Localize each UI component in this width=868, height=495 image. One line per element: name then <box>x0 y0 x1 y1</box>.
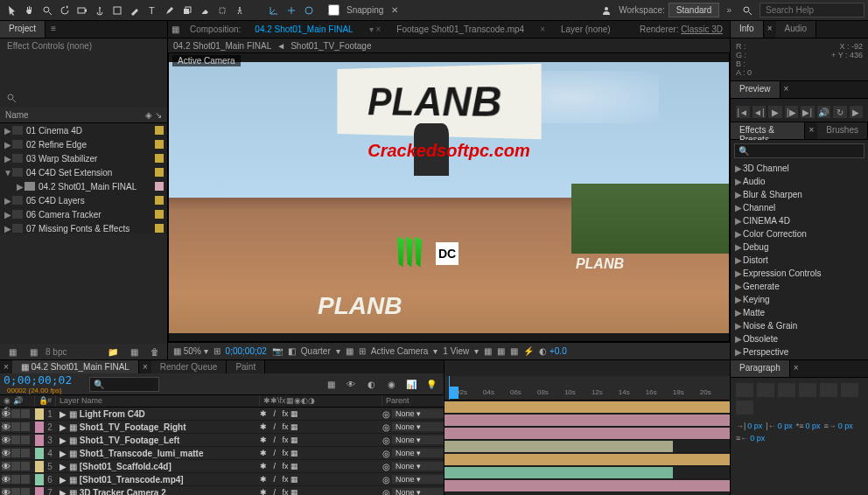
effect-category[interactable]: ▶Color Correction <box>731 227 868 241</box>
effects-search-input[interactable] <box>734 143 864 158</box>
motion-blur-icon[interactable]: ◉ <box>383 376 399 392</box>
project-item[interactable]: ▶02 Refine Edge <box>0 137 167 151</box>
effect-category[interactable]: ▶3D Channel <box>731 162 868 175</box>
brainstorm-icon[interactable]: 💡 <box>424 376 439 392</box>
panel-menu-icon[interactable]: ≡ <box>46 21 61 38</box>
loop-icon[interactable]: ↻ <box>833 106 847 118</box>
effect-category[interactable]: ▶Generate <box>731 280 868 293</box>
track-row[interactable] <box>444 427 730 440</box>
layer-tab[interactable]: Layer (none) <box>554 22 618 37</box>
project-item[interactable]: ▶06 Camera Tracker <box>0 207 167 221</box>
brushes-tab[interactable]: Brushes <box>817 122 868 139</box>
selection-tool-icon[interactable] <box>4 3 20 18</box>
shape-tool-icon[interactable] <box>109 3 125 18</box>
3d-icon[interactable]: ▦ <box>497 346 505 356</box>
workspace-dropdown[interactable]: Standard <box>668 3 720 17</box>
grid-icon[interactable]: ⊞ <box>359 346 366 356</box>
effect-category[interactable]: ▶Distort <box>731 254 868 267</box>
footage-tab[interactable]: Footage Shot01_Transcode.mp4 <box>389 22 531 37</box>
project-tab[interactable]: Project <box>0 21 46 38</box>
effect-category[interactable]: ▶Debug <box>731 241 868 254</box>
ram-preview-icon[interactable]: ▶ <box>850 106 864 118</box>
snapping-checkbox[interactable] <box>328 4 340 16</box>
camera-tool-icon[interactable] <box>74 3 90 18</box>
effect-category[interactable]: ▶Keying <box>731 293 868 306</box>
snap-option-icon[interactable]: ✕ <box>387 3 402 18</box>
justify-all-icon[interactable] <box>736 401 753 415</box>
comp-subheader-sub[interactable]: Shot01_TV_Footage <box>290 41 371 51</box>
name-column-header[interactable]: Name <box>5 110 29 120</box>
viewer-timecode[interactable]: 0;00;00;02 <box>226 346 267 356</box>
render-queue-tab[interactable]: Render Queue <box>151 360 228 373</box>
paragraph-input[interactable]: →|0 px <box>736 422 762 430</box>
track-row[interactable] <box>444 466 730 479</box>
pen-tool-icon[interactable] <box>127 3 143 18</box>
justify-left-icon[interactable] <box>799 383 816 397</box>
comp-subheader-name[interactable]: 04.2 Shot01_Main FINAL <box>173 41 271 51</box>
local-axis-icon[interactable] <box>266 3 282 18</box>
renderer-value[interactable]: Classic 3D <box>681 24 723 34</box>
track-row[interactable] <box>444 479 730 492</box>
effect-category[interactable]: ▶Noise & Grain <box>731 319 868 332</box>
layer-row[interactable]: 👁6▶ ▦ [Shot01_Transcode.mp4]✱ / fx ▦◎Non… <box>0 473 444 486</box>
layer-row[interactable]: 👁4▶ ▦ Shot1_Transcode_lumi_matte✱ / fx ▦… <box>0 447 444 460</box>
last-frame-icon[interactable]: ▶| <box>801 106 815 118</box>
timeline-tracks[interactable]: 02s04s06s08s10s12s14s16s18s20s <box>444 360 730 495</box>
shy-icon[interactable]: 👁 <box>343 376 359 392</box>
next-frame-icon[interactable]: |▶ <box>785 106 799 118</box>
prev-frame-icon[interactable]: ◄| <box>752 106 766 118</box>
zoom-tool-icon[interactable] <box>39 3 55 18</box>
project-item[interactable]: ▶07 Missing Fonts & Effects <box>0 221 167 234</box>
fast-preview-icon[interactable]: ⚡ <box>523 346 534 356</box>
trash-icon[interactable]: 🗑 <box>147 344 163 359</box>
effect-category[interactable]: ▶Matte <box>731 306 868 319</box>
snapshot-icon[interactable]: 📷 <box>272 346 283 356</box>
layer-row[interactable]: 👁2▶ ▦ Shot1_TV_Footage_Right✱ / fx ▦◎Non… <box>0 421 444 434</box>
play-icon[interactable]: ▶ <box>768 106 782 118</box>
view-dropdown[interactable]: 1 View <box>443 346 469 356</box>
effect-category[interactable]: ▶CINEMA 4D <box>731 214 868 227</box>
rotation-tool-icon[interactable] <box>57 3 73 18</box>
mute-icon[interactable]: 🔊 <box>817 106 831 118</box>
pixel-icon[interactable]: ▦ <box>510 346 518 356</box>
track-row[interactable] <box>444 440 730 453</box>
quality-dropdown[interactable]: Quarter <box>301 346 331 356</box>
timeline-timecode[interactable]: 0;00;00;02 <box>4 373 72 387</box>
parent-header[interactable]: Parent <box>382 395 444 407</box>
bpc-label[interactable]: 8 bpc <box>46 347 66 357</box>
layer-name-header[interactable]: Layer Name <box>56 395 260 407</box>
project-item[interactable]: ▶01 Cinema 4D <box>0 123 167 137</box>
effect-category[interactable]: ▶Perspective <box>731 345 868 359</box>
effect-category[interactable]: ▶Expression Controls <box>731 267 868 280</box>
frame-blend-icon[interactable]: ◐ <box>363 376 379 392</box>
brush-tool-icon[interactable] <box>162 3 178 18</box>
effect-category[interactable]: ▶Obsolete <box>731 332 868 345</box>
paint-tab[interactable]: Paint <box>227 360 265 373</box>
layer-row[interactable]: 👁7▶ ▦ 3D Tracker Camera 2✱ / fx ▦◎None ▾ <box>0 486 444 495</box>
graph-icon[interactable]: 📊 <box>403 376 419 392</box>
effect-category[interactable]: ▶Channel <box>731 201 868 214</box>
roto-tool-icon[interactable] <box>214 3 230 18</box>
project-item[interactable]: ▶03 Warp Stabilizer <box>0 151 167 165</box>
comp-tab-name[interactable]: 04.2 Shot01_Main FINAL <box>248 22 360 37</box>
text-tool-icon[interactable]: T <box>144 3 160 18</box>
effect-controls-label[interactable]: Effect Controls <box>7 41 64 51</box>
project-item[interactable]: ▼04 C4D Set Extension <box>0 165 167 179</box>
layer-row[interactable]: 👁1▶ ▦ Light From C4D✱ / fx ▦◎None ▾ <box>0 408 444 421</box>
align-center-icon[interactable] <box>757 383 774 397</box>
paragraph-input[interactable]: |←0 px <box>766 422 792 430</box>
audio-tab[interactable]: Audio <box>776 21 817 38</box>
track-row[interactable] <box>444 401 730 414</box>
exposure-control[interactable]: ◐ +0.0 <box>539 346 567 356</box>
timeline-tab[interactable]: ▦ 04.2 Shot01_Main FINAL <box>12 360 139 373</box>
new-folder-icon[interactable]: 📁 <box>105 344 121 359</box>
paragraph-input[interactable]: ≡→0 px <box>824 422 853 430</box>
resolution-icon[interactable]: ⊞ <box>214 346 220 356</box>
layer-search-input[interactable] <box>89 377 159 392</box>
view-axis-icon[interactable] <box>301 3 317 18</box>
preview-tab[interactable]: Preview <box>731 81 780 98</box>
eraser-tool-icon[interactable] <box>197 3 213 18</box>
search-help-input[interactable] <box>760 3 864 17</box>
paragraph-input[interactable]: *≡0 px <box>796 422 821 430</box>
first-frame-icon[interactable]: |◄ <box>736 106 750 118</box>
